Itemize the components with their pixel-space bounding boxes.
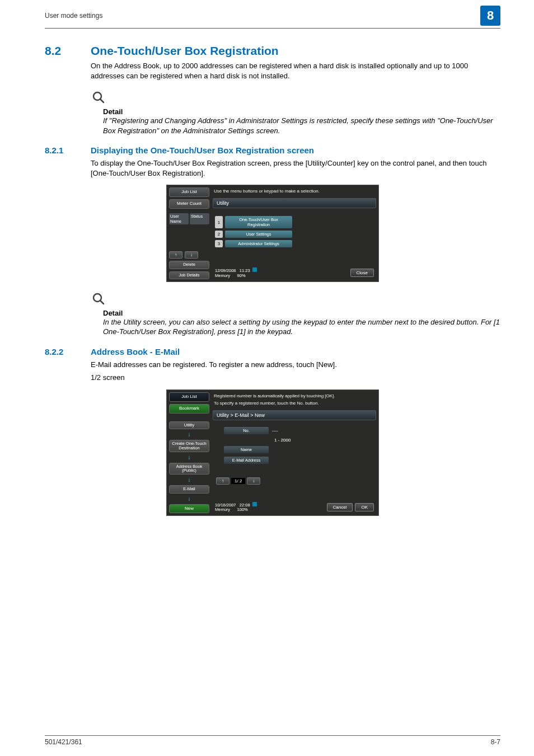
status-icon [252, 502, 257, 506]
panel2-instruction-2: To specify a registered number, touch th… [213, 401, 376, 408]
job-list-scroll: ↑ ↓ [169, 251, 209, 259]
create-one-touch-breadcrumb[interactable]: Create One-Touch Destination [169, 440, 209, 452]
menu-row-3: 3 Administrator Settings [215, 240, 374, 247]
section-number: 8.2.2 [45, 347, 79, 356]
page-indicator: 1/ 2 [231, 478, 245, 484]
panel1-main: Use the menu buttons or keypad to make a… [212, 185, 378, 280]
magnifier-icon [92, 91, 500, 106]
menu-number: 1 [215, 216, 223, 228]
detail-label: Detail [103, 309, 500, 317]
header-left-text: User mode settings [45, 12, 102, 20]
no-value: ---- [272, 428, 278, 433]
section-title: Address Book - E-Mail [91, 347, 180, 356]
administrator-settings-button[interactable]: Administrator Settings [225, 240, 292, 247]
panel2-main: Registered number is automatically appli… [212, 390, 378, 514]
name-button[interactable]: Name [224, 446, 269, 453]
content-area: 8.2 One-Touch/User Box Registration On t… [0, 29, 534, 533]
section-8-2-2-para2: 1/2 screen [91, 373, 500, 383]
page-up-button[interactable]: ↑ [216, 477, 229, 485]
panel1-status-bar: 12/09/2008 11:23 Memory 90% Close [213, 266, 376, 279]
no-button[interactable]: No. [224, 427, 269, 434]
section-number: 8.2 [45, 44, 79, 58]
footer-right: 8-7 [491, 738, 500, 746]
job-details-button[interactable]: Job Details [169, 271, 209, 279]
pager: ↑ 1/ 2 ↓ [216, 477, 374, 485]
section-title: Displaying the One-Touch/User Box Regist… [91, 145, 314, 155]
section-title: One-Touch/User Box Registration [91, 44, 279, 58]
section-8-2-2-para1: E-Mail addresses can be registered. To r… [91, 360, 500, 370]
chevron-down-icon: ↓ [169, 496, 209, 502]
close-button[interactable]: Close [350, 269, 374, 277]
section-8-2-2-heading: 8.2.2 Address Book - E-Mail [45, 347, 500, 356]
col-status: Status [190, 213, 209, 224]
new-button[interactable]: New [169, 504, 209, 514]
job-list-tab[interactable]: Job List [169, 392, 209, 402]
page-down-button[interactable]: ↓ [247, 477, 260, 485]
col-user-name: User Name [169, 213, 189, 224]
page-header: User mode settings 8 [0, 0, 534, 28]
panel2-instruction-1: Registered number is automatically appli… [213, 392, 376, 398]
cancel-button[interactable]: Cancel [327, 503, 353, 511]
address-book-breadcrumb[interactable]: Address Book (Public) [169, 463, 209, 475]
no-range: 1 - 2000 [274, 438, 291, 443]
panel1-titlebar: Utility [213, 198, 376, 208]
chevron-down-icon: ↓ [169, 431, 209, 438]
detail-text: In the Utility screen, you can also sele… [103, 317, 500, 337]
job-list-columns: User Name Status [169, 213, 209, 224]
email-field-row: E-Mail Address [224, 457, 374, 464]
panel1-instruction: Use the menu buttons or keypad to make a… [213, 187, 376, 196]
detail-block-2: Detail In the Utility screen, you can al… [91, 292, 500, 337]
chapter-badge: 8 [480, 6, 500, 26]
panel2-status-bar: 10/16/2007 22:08 Memory 100% Cancel OK [213, 501, 376, 514]
svg-line-3 [100, 300, 104, 304]
memory-label: Memory [215, 273, 230, 278]
menu-row-2: 2 User Settings [215, 231, 374, 238]
detail-text: If "Registering and Changing Address" in… [103, 116, 500, 135]
page-footer: 501/421/361 8-7 [0, 732, 534, 746]
section-8-2-heading: 8.2 One-Touch/User Box Registration [45, 44, 500, 58]
panel1-sidebar: Job List Meter Count User Name Status ↑ … [167, 185, 212, 280]
email-new-screen-figure: Job List Bookmark Utility ↓ Create One-T… [166, 389, 379, 516]
utility-breadcrumb[interactable]: Utility [169, 421, 209, 429]
email-address-button[interactable]: E-Mail Address [224, 457, 269, 464]
memory-value: 90% [237, 273, 246, 278]
memory-value: 100% [237, 507, 248, 512]
menu-row-1: 1 One-Touch/User Box Registration [215, 216, 374, 228]
scroll-down-button[interactable]: ↓ [185, 251, 198, 259]
no-range-row: 1 - 2000 [274, 438, 374, 443]
section-8-2-para: On the Address Book, up to 2000 addresse… [91, 61, 500, 81]
email-breadcrumb[interactable]: E-Mail [169, 485, 209, 493]
one-touch-registration-button[interactable]: One-Touch/User Box Registration [225, 216, 292, 228]
magnifier-icon [92, 292, 500, 308]
menu-number: 2 [215, 231, 223, 238]
panel2-titlebar: Utility > E-Mail > New [213, 410, 376, 420]
section-8-2-1-heading: 8.2.1 Displaying the One-Touch/User Box … [45, 145, 500, 155]
section-8-2-1-para: To display the One-Touch/User Box Regist… [91, 158, 500, 178]
svg-line-1 [100, 99, 104, 102]
job-list-tab[interactable]: Job List [169, 187, 209, 197]
footer-left: 501/421/361 [45, 738, 82, 746]
menu-number: 3 [215, 240, 223, 247]
footer-rule [45, 735, 500, 736]
delete-button[interactable]: Delete [169, 261, 209, 269]
memory-label: Memory [215, 507, 230, 512]
meter-count-button[interactable]: Meter Count [169, 199, 209, 209]
detail-block-1: Detail If "Registering and Changing Addr… [91, 91, 500, 135]
no-field-row: No. ---- [224, 427, 374, 434]
name-field-row: Name [224, 446, 374, 453]
panel2-sidebar: Job List Bookmark Utility ↓ Create One-T… [167, 390, 212, 514]
chevron-down-icon: ↓ [169, 477, 209, 483]
ok-button[interactable]: OK [355, 503, 374, 511]
section-number: 8.2.1 [45, 145, 79, 155]
chevron-down-icon: ↓ [169, 454, 209, 461]
status-icon [252, 267, 257, 272]
bookmark-button[interactable]: Bookmark [169, 404, 209, 414]
scroll-up-button[interactable]: ↑ [169, 251, 182, 259]
user-settings-button[interactable]: User Settings [225, 231, 292, 238]
utility-screen-figure: Job List Meter Count User Name Status ↑ … [166, 185, 379, 282]
detail-label: Detail [103, 107, 500, 116]
